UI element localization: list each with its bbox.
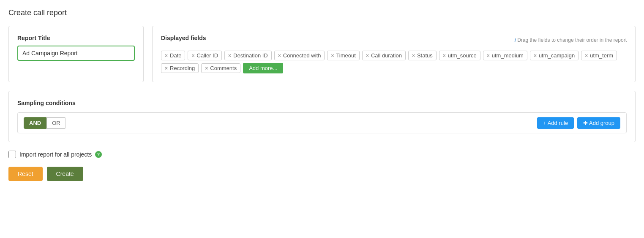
tag-label-destination_id: Destination ID [233, 52, 268, 59]
tag-utm_term[interactable]: ×utm_term [581, 51, 617, 60]
tag-label-utm_term: utm_term [590, 52, 613, 59]
tag-remove-utm_medium[interactable]: × [487, 53, 490, 59]
tag-destination_id[interactable]: ×Destination ID [224, 51, 272, 60]
tag-remove-destination_id[interactable]: × [228, 53, 231, 59]
tag-utm_source[interactable]: ×utm_source [439, 51, 480, 60]
tag-remove-call_duration[interactable]: × [366, 53, 369, 59]
report-title-input[interactable] [17, 46, 135, 61]
tag-caller_id[interactable]: ×Caller ID [188, 51, 222, 60]
tag-remove-utm_term[interactable]: × [585, 53, 588, 59]
tag-comments[interactable]: ×Comments [201, 63, 240, 73]
tag-label-recording: Recording [170, 65, 195, 71]
reset-button[interactable]: Reset [8, 167, 43, 181]
tag-status[interactable]: ×Status [408, 51, 437, 60]
tag-connected_with[interactable]: ×Connected with [274, 51, 325, 60]
action-buttons: Reset Create [8, 167, 636, 181]
report-title-card: Report Title [8, 26, 144, 82]
drag-hint: i Drag the fields to change their order … [514, 37, 627, 43]
displayed-fields-label: Displayed fields [161, 35, 206, 41]
logic-buttons: AND OR [24, 117, 66, 129]
sampling-conditions-title: Sampling conditions [17, 100, 627, 106]
tag-utm_campaign[interactable]: ×utm_campaign [530, 51, 579, 60]
create-button[interactable]: Create [47, 167, 83, 181]
tag-remove-comments[interactable]: × [205, 65, 208, 71]
info-icon: i [514, 37, 516, 43]
import-label: Import report for all projects [19, 151, 92, 158]
tag-label-status: Status [417, 52, 433, 59]
tags-container: ×Date×Caller ID×Destination ID×Connected… [161, 51, 627, 73]
help-icon[interactable]: ? [95, 151, 102, 158]
add-more-button[interactable]: Add more... [243, 63, 283, 73]
tag-remove-connected_with[interactable]: × [278, 53, 281, 59]
sampling-conditions-card: Sampling conditions AND OR + Add rule ✚ … [8, 91, 636, 142]
tag-recording[interactable]: ×Recording [161, 63, 199, 73]
report-title-label: Report Title [17, 35, 135, 41]
tag-label-call_duration: Call duration [371, 52, 402, 59]
displayed-fields-card: Displayed fields i Drag the fields to ch… [152, 26, 636, 82]
page-title: Create call report [8, 8, 636, 17]
tag-remove-recording[interactable]: × [165, 65, 168, 71]
tag-remove-timeout[interactable]: × [331, 53, 334, 59]
tag-label-utm_medium: utm_medium [492, 52, 524, 59]
tag-label-utm_source: utm_source [448, 52, 477, 59]
import-checkbox[interactable] [8, 151, 16, 158]
tag-remove-utm_campaign[interactable]: × [534, 53, 537, 59]
tag-label-caller_id: Caller ID [197, 52, 218, 59]
tag-label-date: Date [170, 52, 181, 59]
add-rule-button[interactable]: + Add rule [537, 117, 574, 129]
tag-remove-status[interactable]: × [412, 53, 415, 59]
tag-label-utm_campaign: utm_campaign [539, 52, 575, 59]
import-row: Import report for all projects ? [8, 151, 636, 158]
tag-label-timeout: Timeout [336, 52, 355, 59]
or-button[interactable]: OR [46, 117, 66, 129]
tag-date[interactable]: ×Date [161, 51, 185, 60]
sampling-conditions-body: AND OR + Add rule ✚ Add group [17, 112, 627, 133]
tag-utm_medium[interactable]: ×utm_medium [483, 51, 527, 60]
tag-remove-caller_id[interactable]: × [191, 53, 194, 59]
rule-buttons: + Add rule ✚ Add group [537, 117, 620, 129]
tag-remove-date[interactable]: × [165, 53, 168, 59]
tag-timeout[interactable]: ×Timeout [327, 51, 360, 60]
tag-label-connected_with: Connected with [283, 52, 321, 59]
add-group-button[interactable]: ✚ Add group [577, 117, 620, 129]
top-row: Report Title Displayed fields i Drag the… [8, 26, 636, 82]
displayed-fields-header: Displayed fields i Drag the fields to ch… [161, 35, 627, 46]
tag-call_duration[interactable]: ×Call duration [362, 51, 406, 60]
and-button[interactable]: AND [24, 117, 46, 129]
tag-remove-utm_source[interactable]: × [443, 53, 446, 59]
tag-label-comments: Comments [210, 65, 237, 71]
